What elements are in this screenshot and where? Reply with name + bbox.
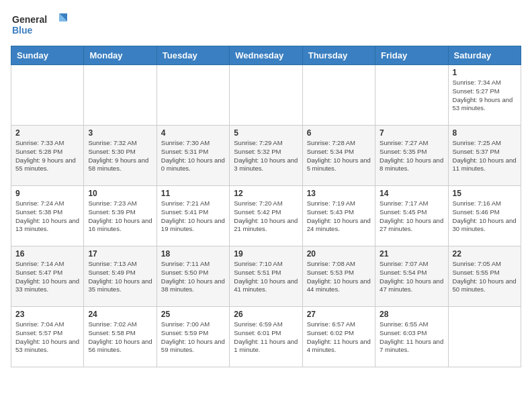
day-number: 16 xyxy=(15,249,79,259)
header-monday: Monday xyxy=(84,46,157,65)
day-info: Sunrise: 7:27 AM Sunset: 5:35 PM Dayligh… xyxy=(380,139,443,173)
day-cell: 3Sunrise: 7:32 AM Sunset: 5:30 PM Daylig… xyxy=(84,126,157,186)
day-number: 25 xyxy=(161,310,225,319)
day-cell: 8Sunrise: 7:25 AM Sunset: 5:37 PM Daylig… xyxy=(448,126,521,186)
day-number: 24 xyxy=(88,310,152,319)
day-info: Sunrise: 7:00 AM Sunset: 5:59 PM Dayligh… xyxy=(161,320,225,355)
day-info: Sunrise: 6:55 AM Sunset: 6:03 PM Dayligh… xyxy=(380,320,443,355)
day-info: Sunrise: 7:32 AM Sunset: 5:30 PM Dayligh… xyxy=(88,139,152,173)
day-info: Sunrise: 7:20 AM Sunset: 5:42 PM Dayligh… xyxy=(234,199,298,234)
day-info: Sunrise: 7:04 AM Sunset: 5:57 PM Dayligh… xyxy=(15,320,79,355)
day-info: Sunrise: 7:34 AM Sunset: 5:27 PM Dayligh… xyxy=(453,79,517,113)
day-cell: 1Sunrise: 7:34 AM Sunset: 5:27 PM Daylig… xyxy=(448,65,521,126)
day-number: 14 xyxy=(380,189,443,198)
day-number: 11 xyxy=(161,189,225,198)
day-info: Sunrise: 7:02 AM Sunset: 5:58 PM Dayligh… xyxy=(88,320,152,355)
day-cell: 21Sunrise: 7:07 AM Sunset: 5:54 PM Dayli… xyxy=(375,246,448,307)
svg-text:General: General xyxy=(12,14,47,25)
day-number: 10 xyxy=(88,189,152,198)
day-cell: 12Sunrise: 7:20 AM Sunset: 5:42 PM Dayli… xyxy=(230,186,302,246)
day-info: Sunrise: 7:25 AM Sunset: 5:37 PM Dayligh… xyxy=(453,139,517,173)
day-number: 19 xyxy=(234,249,298,259)
day-info: Sunrise: 7:10 AM Sunset: 5:51 PM Dayligh… xyxy=(234,260,298,294)
day-number: 1 xyxy=(453,68,517,77)
day-cell: 26Sunrise: 6:59 AM Sunset: 6:01 PM Dayli… xyxy=(230,307,302,367)
day-info: Sunrise: 7:17 AM Sunset: 5:45 PM Dayligh… xyxy=(380,199,443,234)
day-number: 5 xyxy=(234,128,298,138)
day-number: 20 xyxy=(307,249,371,259)
day-cell: 25Sunrise: 7:00 AM Sunset: 5:59 PM Dayli… xyxy=(157,307,229,367)
day-cell: 19Sunrise: 7:10 AM Sunset: 5:51 PM Dayli… xyxy=(230,246,302,307)
day-cell xyxy=(230,65,302,126)
day-number: 17 xyxy=(88,249,152,259)
day-info: Sunrise: 7:11 AM Sunset: 5:50 PM Dayligh… xyxy=(161,260,225,294)
day-cell: 28Sunrise: 6:55 AM Sunset: 6:03 PM Dayli… xyxy=(375,307,448,367)
week-row-1: 2Sunrise: 7:33 AM Sunset: 5:28 PM Daylig… xyxy=(11,126,521,186)
day-cell: 17Sunrise: 7:13 AM Sunset: 5:49 PM Dayli… xyxy=(84,246,157,307)
day-info: Sunrise: 7:29 AM Sunset: 5:32 PM Dayligh… xyxy=(234,139,298,173)
day-cell: 20Sunrise: 7:08 AM Sunset: 5:53 PM Dayli… xyxy=(302,246,375,307)
day-info: Sunrise: 7:30 AM Sunset: 5:31 PM Dayligh… xyxy=(161,139,225,173)
day-cell: 9Sunrise: 7:24 AM Sunset: 5:38 PM Daylig… xyxy=(11,186,84,246)
day-cell: 22Sunrise: 7:05 AM Sunset: 5:55 PM Dayli… xyxy=(448,246,521,307)
day-number: 28 xyxy=(380,310,443,319)
day-cell: 2Sunrise: 7:33 AM Sunset: 5:28 PM Daylig… xyxy=(11,126,84,186)
day-info: Sunrise: 7:33 AM Sunset: 5:28 PM Dayligh… xyxy=(15,139,79,173)
day-cell xyxy=(11,65,84,126)
day-number: 8 xyxy=(453,128,517,138)
logo: GeneralBlue xyxy=(11,11,71,38)
day-info: Sunrise: 7:24 AM Sunset: 5:38 PM Dayligh… xyxy=(15,199,79,234)
day-number: 27 xyxy=(307,310,371,319)
day-number: 15 xyxy=(453,189,517,198)
day-cell: 18Sunrise: 7:11 AM Sunset: 5:50 PM Dayli… xyxy=(157,246,229,307)
week-row-0: 1Sunrise: 7:34 AM Sunset: 5:27 PM Daylig… xyxy=(11,65,521,126)
day-cell xyxy=(448,307,521,367)
day-cell: 13Sunrise: 7:19 AM Sunset: 5:43 PM Dayli… xyxy=(302,186,375,246)
header-saturday: Saturday xyxy=(448,46,521,65)
day-cell xyxy=(157,65,229,126)
day-cell: 5Sunrise: 7:29 AM Sunset: 5:32 PM Daylig… xyxy=(230,126,302,186)
day-number: 6 xyxy=(307,128,371,138)
day-cell: 4Sunrise: 7:30 AM Sunset: 5:31 PM Daylig… xyxy=(157,126,229,186)
day-cell: 27Sunrise: 6:57 AM Sunset: 6:02 PM Dayli… xyxy=(302,307,375,367)
day-info: Sunrise: 7:14 AM Sunset: 5:47 PM Dayligh… xyxy=(15,260,79,294)
logo-svg: GeneralBlue xyxy=(11,11,71,38)
day-info: Sunrise: 7:05 AM Sunset: 5:55 PM Dayligh… xyxy=(453,260,517,294)
day-number: 18 xyxy=(161,249,225,259)
day-number: 9 xyxy=(15,189,79,198)
day-number: 2 xyxy=(15,128,79,138)
day-cell: 16Sunrise: 7:14 AM Sunset: 5:47 PM Dayli… xyxy=(11,246,84,307)
day-info: Sunrise: 7:23 AM Sunset: 5:39 PM Dayligh… xyxy=(88,199,152,234)
week-row-4: 23Sunrise: 7:04 AM Sunset: 5:57 PM Dayli… xyxy=(11,307,521,367)
header-friday: Friday xyxy=(375,46,448,65)
header-row: SundayMondayTuesdayWednesdayThursdayFrid… xyxy=(11,46,521,65)
day-info: Sunrise: 7:28 AM Sunset: 5:34 PM Dayligh… xyxy=(307,139,371,173)
day-info: Sunrise: 7:08 AM Sunset: 5:53 PM Dayligh… xyxy=(307,260,371,294)
day-info: Sunrise: 6:59 AM Sunset: 6:01 PM Dayligh… xyxy=(234,320,298,355)
calendar-table: SundayMondayTuesdayWednesdayThursdayFrid… xyxy=(11,46,521,367)
day-number: 23 xyxy=(15,310,79,319)
week-row-2: 9Sunrise: 7:24 AM Sunset: 5:38 PM Daylig… xyxy=(11,186,521,246)
day-cell: 23Sunrise: 7:04 AM Sunset: 5:57 PM Dayli… xyxy=(11,307,84,367)
day-cell: 15Sunrise: 7:16 AM Sunset: 5:46 PM Dayli… xyxy=(448,186,521,246)
day-cell xyxy=(302,65,375,126)
day-number: 13 xyxy=(307,189,371,198)
day-number: 21 xyxy=(380,249,443,259)
header-sunday: Sunday xyxy=(11,46,84,65)
header-thursday: Thursday xyxy=(302,46,375,65)
day-info: Sunrise: 7:07 AM Sunset: 5:54 PM Dayligh… xyxy=(380,260,443,294)
day-cell: 14Sunrise: 7:17 AM Sunset: 5:45 PM Dayli… xyxy=(375,186,448,246)
week-row-3: 16Sunrise: 7:14 AM Sunset: 5:47 PM Dayli… xyxy=(11,246,521,307)
header-wednesday: Wednesday xyxy=(230,46,302,65)
day-cell xyxy=(375,65,448,126)
day-info: Sunrise: 6:57 AM Sunset: 6:02 PM Dayligh… xyxy=(307,320,371,355)
day-number: 22 xyxy=(453,249,517,259)
day-cell: 7Sunrise: 7:27 AM Sunset: 5:35 PM Daylig… xyxy=(375,126,448,186)
day-cell: 11Sunrise: 7:21 AM Sunset: 5:41 PM Dayli… xyxy=(157,186,229,246)
header-tuesday: Tuesday xyxy=(157,46,229,65)
day-info: Sunrise: 7:21 AM Sunset: 5:41 PM Dayligh… xyxy=(161,199,225,234)
day-number: 3 xyxy=(88,128,152,138)
day-info: Sunrise: 7:16 AM Sunset: 5:46 PM Dayligh… xyxy=(453,199,517,234)
day-number: 4 xyxy=(161,128,225,138)
day-number: 7 xyxy=(380,128,443,138)
